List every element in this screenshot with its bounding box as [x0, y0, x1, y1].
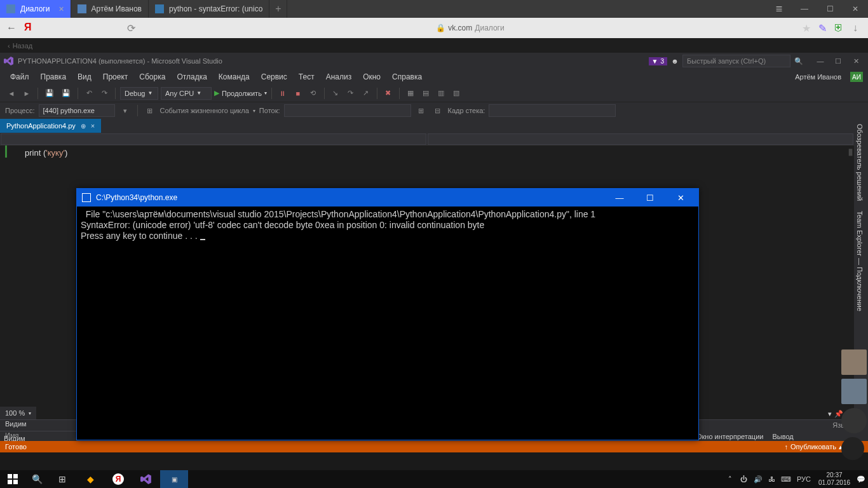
browser-tab-stackoverflow[interactable]: python - syntaxError: (unico — [149, 0, 269, 18]
member-dropdown[interactable] — [428, 133, 853, 145]
undo-icon[interactable]: ↶ — [83, 87, 95, 100]
toolbar-icon[interactable]: ▥ — [435, 87, 447, 100]
browser-tab-dialogs[interactable]: Диалоги × — [0, 0, 71, 18]
stop-icon[interactable]: ■ — [292, 87, 304, 100]
start-button[interactable] — [0, 470, 25, 488]
minimize-icon[interactable]: — — [607, 189, 632, 207]
back-button[interactable]: ← — [4, 20, 19, 36]
nav-fwd-icon[interactable]: ► — [20, 87, 33, 100]
save-icon[interactable]: 💾 — [43, 87, 57, 100]
split-icon[interactable]: ⫴ — [848, 147, 853, 158]
bookmark-icon[interactable]: ★ — [802, 22, 811, 34]
aimp-icon[interactable]: ◆ — [76, 470, 104, 488]
config-dropdown[interactable]: Debug ▼ — [120, 87, 158, 100]
menu-build[interactable]: Сборка — [134, 71, 170, 83]
python-console-icon[interactable]: ▣ — [160, 470, 188, 488]
menu-tools[interactable]: Сервис — [256, 71, 292, 83]
vk-back-strip[interactable]: ‹ Назад — [0, 38, 868, 53]
platform-dropdown[interactable]: Any CPU ▼ — [161, 87, 212, 100]
stackframe-dropdown[interactable] — [489, 104, 616, 117]
dropdown-icon[interactable]: ▾ — [828, 410, 832, 418]
console-output[interactable]: File "c:\users\артём\documents\visual st… — [77, 207, 698, 244]
menu-help[interactable]: Справка — [387, 71, 427, 83]
yandex-browser-icon[interactable]: Я — [104, 470, 132, 488]
toolbar-icon[interactable]: ▤ — [419, 87, 432, 100]
toolbar-icon[interactable]: ▾ — [119, 104, 132, 117]
avatar[interactable] — [841, 408, 867, 433]
close-icon[interactable]: × — [58, 4, 64, 14]
tray-keyboard-icon[interactable]: ⌨ — [779, 475, 793, 484]
save-all-icon[interactable]: 💾 — [59, 87, 73, 100]
feather-icon[interactable]: ✎ — [816, 22, 829, 34]
panel-header[interactable]: Видим — [5, 420, 27, 431]
toolbar-icon[interactable]: ✖ — [382, 87, 395, 100]
document-tab-active[interactable]: PythonApplication4.py ⊕ × — [0, 119, 101, 133]
close-icon[interactable]: × — [91, 122, 95, 130]
menu-debug[interactable]: Отладка — [172, 71, 212, 83]
scope-dropdown[interactable] — [1, 133, 426, 145]
notification-flag[interactable]: ▼ 3 — [649, 57, 667, 65]
browser-menu-icon[interactable]: ≡ — [766, 0, 792, 18]
avatar[interactable] — [841, 379, 867, 404]
task-view-icon[interactable]: ⊞ — [48, 470, 76, 488]
nav-back-icon[interactable]: ◄ — [5, 87, 18, 100]
toolbar-icon[interactable]: ⊞ — [415, 104, 428, 117]
search-icon[interactable]: 🔍 — [792, 55, 806, 67]
address-field[interactable]: 🔒 vk.com Диалоги — [144, 20, 797, 36]
pin-icon[interactable]: ⊕ — [81, 123, 86, 130]
menu-test[interactable]: Тест — [294, 71, 320, 83]
tray-network-icon[interactable]: 🖧 — [765, 475, 779, 483]
avatar[interactable] — [841, 349, 867, 375]
menu-file[interactable]: Файл — [5, 71, 34, 83]
search-icon[interactable]: 🔍 — [25, 470, 48, 488]
quick-launch-input[interactable]: Быстрый запуск (Ctrl+Q) — [682, 55, 790, 67]
menu-team[interactable]: Команда — [214, 71, 255, 83]
step-over-icon[interactable]: ↷ — [344, 87, 357, 100]
new-tab-button[interactable]: + — [269, 0, 287, 18]
tray-power-icon[interactable]: ⏻ — [737, 475, 751, 483]
tab-output[interactable]: Вывод — [768, 431, 797, 442]
restart-icon[interactable]: ⟲ — [307, 87, 320, 100]
minimize-icon[interactable]: — — [792, 0, 817, 18]
maximize-icon[interactable]: ☐ — [637, 189, 663, 207]
toolbar-icon[interactable]: ⊟ — [431, 104, 444, 117]
close-icon[interactable]: ✕ — [668, 189, 693, 207]
toolbar-icon[interactable]: ▦ — [404, 87, 417, 100]
pause-icon[interactable]: ⏸ — [276, 87, 289, 100]
maximize-icon[interactable]: ☐ — [830, 55, 846, 67]
visual-studio-icon[interactable] — [132, 470, 160, 488]
language-indicator[interactable]: РУС — [793, 475, 815, 483]
lifecycle-icon[interactable]: ⊞ — [144, 104, 156, 117]
menu-edit[interactable]: Правка — [36, 71, 72, 83]
menu-view[interactable]: Вид — [72, 71, 97, 83]
step-out-icon[interactable]: ↗ — [360, 87, 372, 100]
minimize-icon[interactable]: — — [812, 55, 829, 67]
zoom-level[interactable]: 100 % ▾ — [0, 407, 36, 419]
menu-analyze[interactable]: Анализ — [321, 71, 357, 83]
tray-volume-icon[interactable]: 🔊 — [751, 475, 765, 484]
user-name[interactable]: Артём Иванов — [790, 72, 846, 82]
download-icon[interactable]: ↓ — [849, 22, 862, 34]
shield-icon[interactable]: ⛨ — [832, 22, 845, 34]
continue-button[interactable]: ▶Продолжить ▾ — [214, 89, 267, 97]
console-titlebar[interactable]: C:\Python34\python.exe — ☐ ✕ — [77, 189, 698, 207]
publish-button[interactable]: Опубликовать ▴ — [785, 443, 843, 451]
user-avatar-badge[interactable]: АИ — [850, 72, 863, 82]
process-dropdown[interactable]: [440] python.exe — [39, 104, 115, 117]
menu-project[interactable]: Проект — [98, 71, 133, 83]
tray-chevron-icon[interactable]: ˄ — [723, 475, 737, 484]
redo-icon[interactable]: ↷ — [98, 87, 111, 100]
reload-button[interactable]: ⟳ — [123, 20, 139, 36]
solution-explorer-tab[interactable]: Обозреватель решений — [854, 119, 865, 206]
team-explorer-tab[interactable]: Team Explorer — Подключение — [854, 206, 865, 316]
step-into-icon[interactable]: ↘ — [329, 87, 342, 100]
clock[interactable]: 20:37 01.07.2016 — [815, 470, 854, 488]
tab-immediate[interactable]: Окно интерпретации — [693, 431, 767, 442]
close-icon[interactable]: ✕ — [848, 55, 864, 67]
menu-window[interactable]: Окно — [358, 71, 386, 83]
yandex-icon[interactable]: Я — [24, 22, 37, 34]
close-icon[interactable]: ✕ — [843, 0, 868, 18]
action-center-icon[interactable]: 💬 — [854, 475, 868, 484]
feedback-icon[interactable]: ☻ — [668, 55, 681, 67]
thread-dropdown[interactable] — [284, 104, 411, 117]
